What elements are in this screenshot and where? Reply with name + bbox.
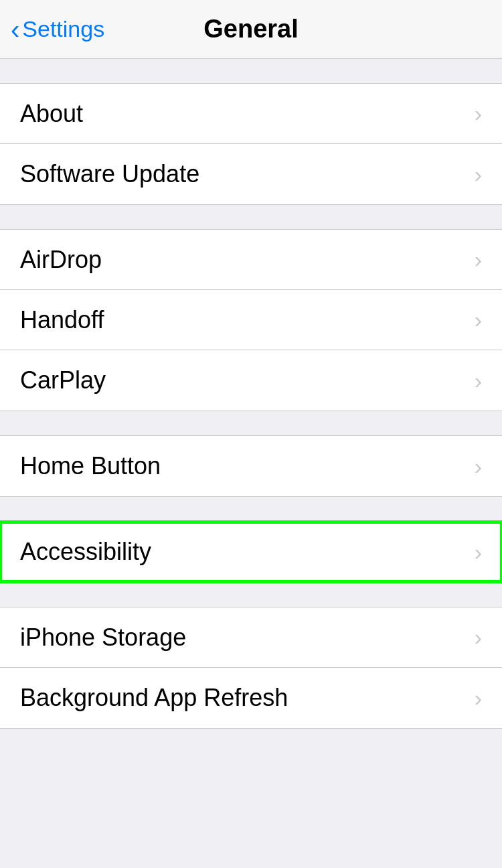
accessibility-chevron-icon: › [475, 539, 482, 565]
airdrop-chevron-icon: › [475, 246, 482, 273]
section-gap-3 [0, 411, 502, 435]
settings-group-3: Home Button › [0, 435, 502, 497]
back-chevron-icon: ‹ [11, 16, 19, 43]
software-update-chevron-icon: › [475, 161, 482, 188]
background-app-refresh-chevron-icon: › [475, 685, 482, 711]
section-gap-bottom [0, 729, 502, 753]
handoff-chevron-icon: › [475, 307, 482, 333]
home-button-row[interactable]: Home Button › [0, 436, 502, 496]
background-app-refresh-row[interactable]: Background App Refresh › [0, 668, 502, 728]
carplay-row[interactable]: CarPlay › [0, 350, 502, 411]
settings-group-4: Accessibility › [0, 521, 502, 583]
section-gap-2 [0, 205, 502, 229]
settings-group-5: iPhone Storage › Background App Refresh … [0, 607, 502, 729]
back-button[interactable]: ‹ Settings [11, 16, 104, 43]
handoff-row[interactable]: Handoff › [0, 290, 502, 350]
section-gap-4 [0, 497, 502, 521]
about-label: About [20, 100, 83, 128]
iphone-storage-row[interactable]: iPhone Storage › [0, 607, 502, 668]
section-gap-1 [0, 59, 502, 83]
page-title: General [203, 15, 299, 44]
software-update-label: Software Update [20, 160, 199, 188]
background-app-refresh-label: Background App Refresh [20, 684, 288, 712]
about-row[interactable]: About › [0, 84, 502, 144]
software-update-row[interactable]: Software Update › [0, 144, 502, 204]
iphone-storage-label: iPhone Storage [20, 624, 186, 652]
home-button-label: Home Button [20, 452, 161, 480]
airdrop-row[interactable]: AirDrop › [0, 230, 502, 290]
back-label: Settings [22, 16, 104, 42]
settings-content: About › Software Update › AirDrop › Hand… [0, 59, 502, 753]
settings-group-1: About › Software Update › [0, 83, 502, 205]
accessibility-label: Accessibility [20, 538, 151, 566]
settings-group-2: AirDrop › Handoff › CarPlay › [0, 229, 502, 411]
airdrop-label: AirDrop [20, 246, 102, 274]
section-gap-5 [0, 583, 502, 607]
about-chevron-icon: › [475, 100, 482, 127]
navigation-bar: ‹ Settings General [0, 0, 502, 59]
accessibility-row[interactable]: Accessibility › [0, 522, 502, 582]
carplay-label: CarPlay [20, 366, 106, 394]
carplay-chevron-icon: › [475, 368, 482, 394]
handoff-label: Handoff [20, 306, 104, 334]
home-button-chevron-icon: › [475, 453, 482, 480]
iphone-storage-chevron-icon: › [475, 624, 482, 650]
